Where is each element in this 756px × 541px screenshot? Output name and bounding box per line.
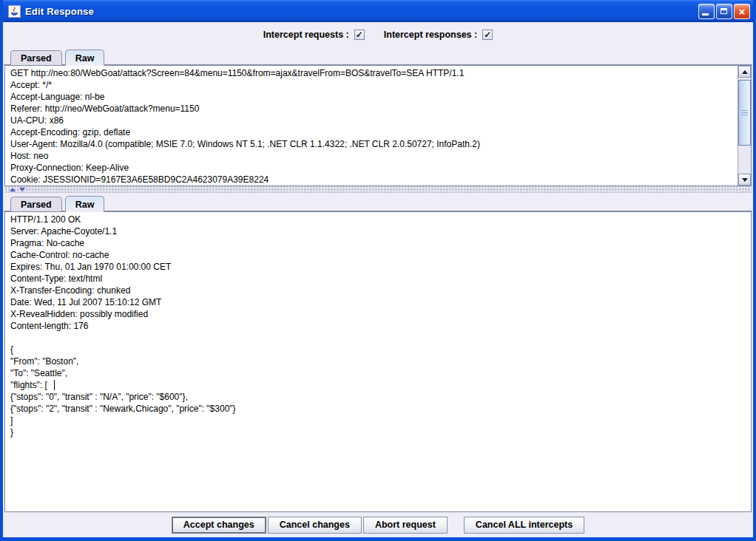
scrollbar-thumb[interactable] [738,80,751,146]
request-line: Accept: */* [10,79,751,91]
edit-response-window: Edit Response × Intercept requests : ✓ I… [0,0,756,541]
arrow-down-icon [742,178,748,182]
scroll-down-button[interactable] [738,174,751,186]
collapse-up-icon[interactable] [10,188,16,191]
response-line: HTTP/1.1 200 OK [10,214,751,225]
close-button[interactable]: × [734,4,750,19]
response-line: "From": "Boston", [10,355,751,367]
response-tab-raw[interactable]: Raw [65,196,105,212]
response-line: {"stops": "2", "transit" : "Newark,Chica… [10,403,751,415]
response-line: Pragma: No-cache [10,237,751,249]
arrow-up-icon [742,70,748,74]
request-line: Accept-Language: nl-be [10,91,751,103]
response-line: Cache-Control: no-cache [10,249,751,261]
intercept-responses-group: Intercept responses : ✓ [384,30,493,40]
request-tab-parsed[interactable]: Parsed [10,50,62,65]
titlebar[interactable]: Edit Response × [3,0,753,22]
request-tab-raw[interactable]: Raw [65,50,105,66]
scrollbar-grip-icon [741,110,748,116]
response-line: Content-Type: text/html [10,273,751,285]
intercept-requests-label: Intercept requests : [263,30,349,40]
request-scrollbar[interactable] [738,66,751,186]
maximize-button[interactable] [716,4,732,19]
response-text: HTTP/1.1 200 OK Server: Apache-Coyote/1.… [5,212,751,438]
intercept-responses-label: Intercept responses : [384,30,477,40]
intercept-responses-checkbox[interactable]: ✓ [482,30,493,40]
minimize-icon [702,13,709,16]
response-tabs: Parsed Raw [4,193,752,211]
intercept-bar: Intercept requests : ✓ Intercept respons… [4,22,752,47]
text-caret [54,380,55,390]
request-line: Referer: http://neo/WebGoat/attack?menu=… [10,103,751,115]
response-line: Expires: Thu, 01 Jan 1970 01:00:00 CET [10,261,751,273]
accept-changes-button[interactable]: Accept changes [172,517,266,534]
request-line: Host: neo [10,150,751,162]
response-line: Server: Apache-Coyote/1.1 [10,225,751,237]
java-app-icon [8,5,21,18]
request-line: User-Agent: Mozilla/4.0 (compatible; MSI… [10,138,751,150]
split-divider[interactable] [4,186,752,193]
request-line: GET http://neo:80/WebGoat/attack?Screen=… [10,67,751,79]
abort-request-button[interactable]: Abort request [363,517,448,534]
request-line: Proxy-Connection: Keep-Alive [10,162,751,174]
response-line: X-Transfer-Encoding: chunked [10,285,751,296]
request-line: Cookie: JSESSIONID=9167E3A6E58BD9C2A4623… [10,174,751,186]
window-title: Edit Response [25,6,697,17]
response-line [10,332,751,344]
response-line: ] [10,415,751,426]
response-line: X-RevealHidden: possibly modified [10,308,751,320]
cancel-all-intercepts-button[interactable]: Cancel ALL intercepts [464,517,584,534]
cancel-changes-button[interactable]: Cancel changes [268,517,362,534]
request-line: Accept-Encoding: gzip, deflate [10,126,751,138]
minimize-button[interactable] [698,4,715,19]
footer-button-bar: Accept changes Cancel changes Abort requ… [4,512,752,537]
response-tab-parsed[interactable]: Parsed [10,197,62,211]
intercept-requests-checkbox[interactable]: ✓ [354,30,365,40]
request-line: UA-CPU: x86 [10,115,751,126]
close-icon: × [735,4,749,18]
response-line: Date: Wed, 11 Jul 2007 15:10:12 GMT [10,296,751,308]
response-line: Content-length: 176 [10,320,751,332]
request-text: GET http://neo:80/WebGoat/attack?Screen=… [5,66,751,186]
response-line: "flights": [ [10,379,751,391]
collapse-down-icon[interactable] [19,188,25,191]
response-text-area[interactable]: HTTP/1.1 200 OK Server: Apache-Coyote/1.… [4,211,752,512]
maximize-icon [720,8,727,14]
response-line: {"stops": "0", "transit" : "N/A", "price… [10,391,751,403]
response-line: "To": "Seattle", [10,367,751,379]
scroll-up-button[interactable] [738,66,751,78]
window-content: Intercept requests : ✓ Intercept respons… [3,22,753,537]
response-line: { [10,344,751,355]
request-text-area[interactable]: GET http://neo:80/WebGoat/attack?Screen=… [4,65,752,186]
request-tabs: Parsed Raw [4,47,752,65]
response-line: } [10,426,751,438]
intercept-requests-group: Intercept requests : ✓ [263,30,365,40]
